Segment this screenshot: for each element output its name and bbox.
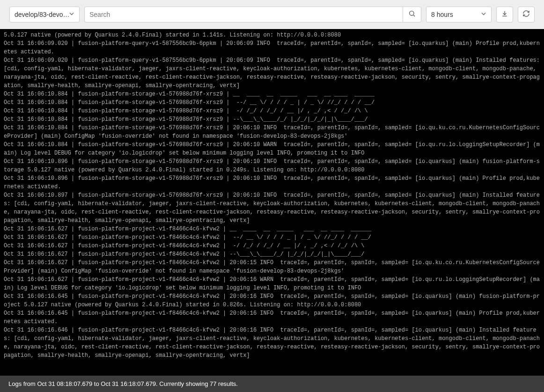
log-line: Oct 31 16:06:16.645 | fusion-platform-pr… xyxy=(4,309,540,326)
log-line: Oct 31 16:06:10.884 | fusion-platform-st… xyxy=(4,90,540,98)
status-text: Logs from Oct 31 08:18:07.679 to Oct 31 … xyxy=(8,380,238,387)
log-line: Oct 31 16:06:10.896 | fusion-platform-st… xyxy=(4,157,540,174)
log-line: Oct 31 16:06:16.627 | fusion-platform-pr… xyxy=(4,259,540,275)
search-icon xyxy=(408,10,416,19)
log-line: Oct 31 16:06:16.627 | fusion-platform-pr… xyxy=(4,225,540,233)
log-line: Oct 31 16:06:10.884 | fusion-platform-st… xyxy=(4,98,540,107)
search-input[interactable] xyxy=(84,7,403,22)
log-line: Oct 31 16:06:10.884 | fusion-platform-st… xyxy=(4,115,540,124)
time-range-selector[interactable]: 8 hours xyxy=(426,7,492,22)
refresh-icon xyxy=(522,10,530,19)
namespace-selector-value: develop/83-devo… xyxy=(15,11,70,18)
log-line: Oct 31 16:06:09.020 | fusion-platform-qu… xyxy=(4,56,540,90)
refresh-button[interactable] xyxy=(518,7,535,22)
log-line: Oct 31 16:06:16.645 | fusion-platform-pr… xyxy=(4,292,540,309)
svg-line-1 xyxy=(413,15,415,16)
svg-point-0 xyxy=(410,11,414,15)
log-line: Oct 31 16:06:16.627 | fusion-platform-pr… xyxy=(4,242,540,250)
search-button[interactable] xyxy=(403,7,421,22)
toolbar: develop/83-devo… 8 hours xyxy=(0,0,544,29)
search-group xyxy=(84,7,421,22)
log-line: Oct 31 16:06:10.884 | fusion-platform-st… xyxy=(4,124,540,141)
status-bar: Logs from Oct 31 08:18:07.679 to Oct 31 … xyxy=(0,376,544,392)
log-line: Oct 31 16:06:10.896 | fusion-platform-st… xyxy=(4,174,540,191)
log-output[interactable]: 5.0.127 native (powered by Quarkus 2.4.0… xyxy=(0,29,544,376)
log-line: Oct 31 16:06:10.897 | fusion-platform-st… xyxy=(4,191,540,225)
log-line: Oct 31 16:06:10.884 | fusion-platform-st… xyxy=(4,141,540,157)
log-line: Oct 31 16:06:16.627 | fusion-platform-pr… xyxy=(4,275,540,292)
download-icon xyxy=(501,10,508,19)
chevron-down-icon xyxy=(480,10,487,19)
log-line: Oct 31 16:06:10.884 | fusion-platform-st… xyxy=(4,107,540,115)
log-line: Oct 31 16:06:16.646 | fusion-platform-pr… xyxy=(4,326,540,360)
log-line: 5.0.127 native (powered by Quarkus 2.4.0… xyxy=(4,31,540,39)
log-line: Oct 31 16:06:16.627 | fusion-platform-pr… xyxy=(4,233,540,242)
log-line: Oct 31 16:06:16.627 | fusion-platform-pr… xyxy=(4,250,540,259)
time-range-value: 8 hours xyxy=(431,11,453,18)
log-line: Oct 31 16:06:09.020 | fusion-platform-qu… xyxy=(4,39,540,56)
namespace-selector[interactable]: develop/83-devo… xyxy=(9,7,80,22)
download-button[interactable] xyxy=(496,7,513,22)
